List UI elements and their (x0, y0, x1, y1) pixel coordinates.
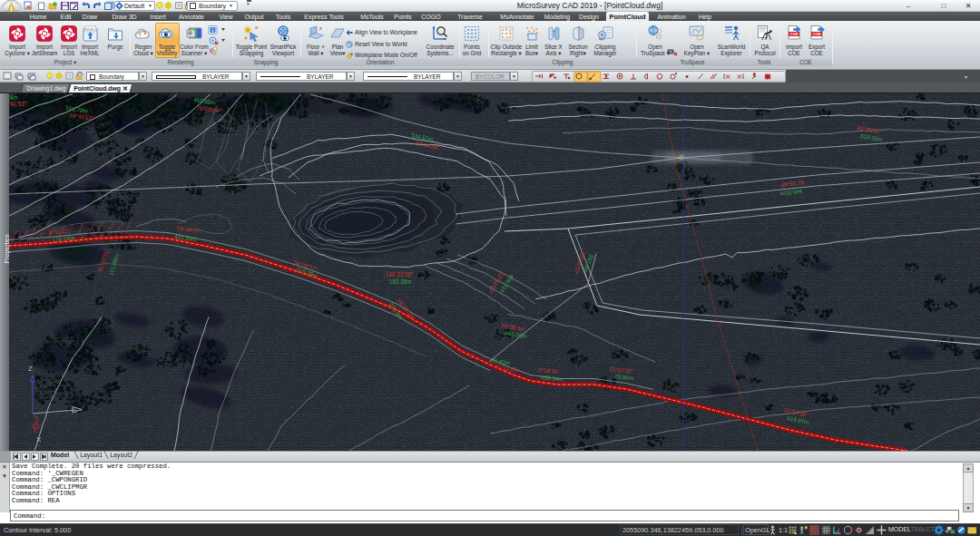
svg-text:COE: COE (789, 32, 798, 36)
svg-text:4.24m: 4.24m (9, 94, 18, 101)
svg-text:z: z (319, 25, 322, 31)
svg-text:HXML: HXML (86, 28, 95, 32)
svg-text:X: X (36, 435, 42, 443)
svg-text:Z: Z (28, 365, 33, 373)
svg-text:163.38m: 163.38m (389, 278, 412, 285)
svg-text:COE: COE (812, 32, 820, 36)
svg-text:99°41'53": 99°41'53" (9, 101, 26, 107)
svg-text:166°20'38": 166°20'38" (386, 271, 413, 278)
svg-text:1: 1 (211, 27, 214, 33)
